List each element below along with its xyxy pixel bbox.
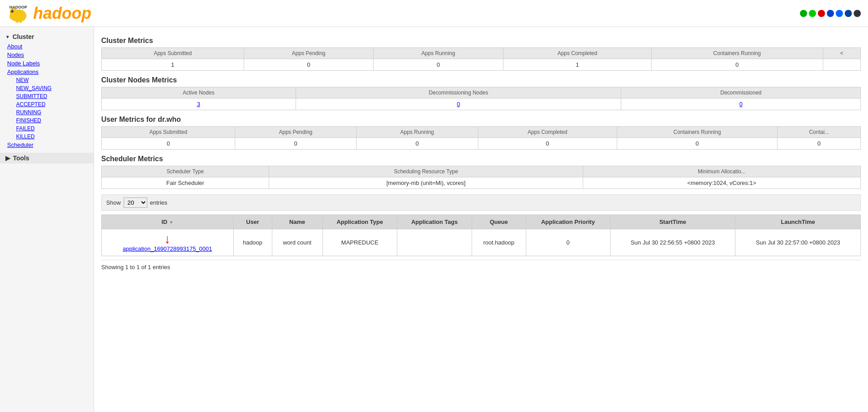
- cell-user-containers-running: 0: [617, 138, 778, 150]
- entries-label: entries: [150, 199, 168, 206]
- sidebar-item-killed[interactable]: KILLED: [4, 133, 94, 141]
- app-priority-cell: 0: [526, 229, 610, 256]
- apps-col-priority[interactable]: Application Priority: [526, 215, 610, 229]
- scheduler-row: Fair Scheduler [memory-mb (unit=Mi), vco…: [102, 177, 861, 189]
- table-row: ↓application_1690728993175_0001hadoopwor…: [102, 229, 861, 256]
- sidebar-item-running[interactable]: RUNNING: [4, 108, 94, 116]
- show-label: Show: [106, 199, 121, 206]
- red-arrow-annotation: ↓: [106, 233, 229, 245]
- scheduler-metrics-table: Scheduler Type Scheduling Resource Type …: [101, 166, 861, 189]
- header: HADOOP hadoop: [0, 0, 868, 27]
- col-decommissioned: Decommissioned: [621, 87, 861, 99]
- show-entries-control: Show 20 50 100 entries: [101, 194, 861, 211]
- app-tags-cell: [397, 229, 472, 256]
- col-more: <: [823, 48, 860, 59]
- sidebar-cluster-title[interactable]: ▼ Cluster: [0, 31, 94, 42]
- scheduler-heading: Scheduler Metrics: [101, 155, 861, 163]
- col-user-apps-pending: Apps Pending: [235, 127, 356, 138]
- sidebar-item-failed[interactable]: FAILED: [4, 124, 94, 133]
- id-sort-icon: ▼: [169, 220, 173, 225]
- header-status-dots: [800, 10, 861, 17]
- main-layout: ▼ Cluster About Nodes Node Labels Applic…: [0, 27, 868, 412]
- cluster-collapse-arrow: ▼: [5, 34, 10, 39]
- apps-col-queue[interactable]: Queue: [472, 215, 526, 229]
- cluster-metrics-row: 1 0 0 1 0: [102, 59, 861, 71]
- sidebar-item-new-saving[interactable]: NEW_SAVING: [4, 84, 94, 92]
- svg-point-3: [11, 10, 13, 13]
- svg-rect-6: [20, 19, 22, 23]
- cell-user-apps-completed: 0: [478, 138, 617, 150]
- sidebar-tools-title[interactable]: ▶ Tools: [0, 153, 94, 163]
- col-decommissioning-nodes: Decommissioning Nodes: [296, 87, 621, 99]
- cell-user-apps-pending: 0: [235, 138, 356, 150]
- sidebar-item-new[interactable]: NEW: [4, 76, 94, 84]
- apps-col-id[interactable]: ID ▼: [102, 215, 234, 229]
- col-scheduler-type: Scheduler Type: [102, 166, 269, 177]
- applications-table: ID ▼ User Name Application Type Applicat…: [101, 215, 861, 256]
- cell-apps-pending: 0: [244, 59, 373, 71]
- col-apps-completed: Apps Completed: [503, 48, 652, 59]
- cluster-nodes-table: Active Nodes Decommissioning Nodes Decom…: [101, 87, 861, 110]
- user-metrics-row: 0 0 0 0 0 0: [102, 138, 861, 150]
- dot-green1: [800, 10, 807, 17]
- content-area: Cluster Metrics Apps Submitted Apps Pend…: [94, 27, 868, 412]
- col-user-apps-running: Apps Running: [356, 127, 478, 138]
- sidebar-cluster-section: ▼ Cluster About Nodes Node Labels Applic…: [0, 31, 94, 149]
- user-metrics-heading: User Metrics for dr.who: [101, 116, 861, 124]
- apps-col-name[interactable]: Name: [272, 215, 322, 229]
- col-active-nodes: Active Nodes: [102, 87, 296, 99]
- cell-apps-completed: 1: [503, 59, 652, 71]
- col-scheduling-resource-type: Scheduling Resource Type: [269, 166, 583, 177]
- sidebar-item-node-labels[interactable]: Node Labels: [0, 59, 94, 68]
- svg-rect-5: [16, 19, 18, 23]
- cluster-nodes-heading: Cluster Nodes Metrics: [101, 76, 861, 84]
- sidebar-item-submitted[interactable]: SUBMITTED: [4, 92, 94, 100]
- sidebar-item-applications[interactable]: Applications: [0, 68, 94, 76]
- app-queue-cell: root.hadoop: [472, 229, 526, 256]
- apps-col-starttime[interactable]: StartTime: [610, 215, 735, 229]
- col-user-containers-running: Containers Running: [617, 127, 778, 138]
- sidebar-item-finished[interactable]: FINISHED: [4, 116, 94, 124]
- apps-col-type[interactable]: Application Type: [322, 215, 397, 229]
- svg-text:HADOOP: HADOOP: [9, 5, 27, 9]
- sidebar-tools-section: ▶ Tools: [0, 153, 94, 163]
- sidebar-item-nodes[interactable]: Nodes: [0, 51, 94, 59]
- col-apps-submitted: Apps Submitted: [102, 48, 244, 59]
- show-entries-select[interactable]: 20 50 100: [124, 197, 147, 208]
- dot-blue2: [836, 10, 843, 17]
- svg-point-4: [11, 10, 12, 11]
- dot-navy: [845, 10, 852, 17]
- apps-col-user[interactable]: User: [233, 215, 272, 229]
- cell-minimum-allocation: <memory:1024, vCores:1>: [583, 177, 860, 189]
- apps-col-tags[interactable]: Application Tags: [397, 215, 472, 229]
- dot-green2: [809, 10, 816, 17]
- app-name-cell: word count: [272, 229, 322, 256]
- cluster-metrics-table: Apps Submitted Apps Pending Apps Running…: [101, 47, 861, 71]
- logo-text: hadoop: [33, 4, 91, 23]
- sidebar-item-scheduler[interactable]: Scheduler: [0, 141, 94, 149]
- app-user-cell: hadoop: [233, 229, 272, 256]
- cluster-metrics-heading: Cluster Metrics: [101, 37, 861, 45]
- cell-user-contain: 0: [778, 138, 861, 150]
- app-id-link[interactable]: application_1690728993175_0001: [123, 245, 212, 252]
- cluster-nodes-row: 3 0 0: [102, 99, 861, 110]
- col-minimum-allocation: Minimum Allocatio...: [583, 166, 860, 177]
- cell-apps-running: 0: [373, 59, 503, 71]
- tools-expand-arrow: ▶: [5, 154, 10, 162]
- app-type-cell: MAPREDUCE: [322, 229, 397, 256]
- cell-decommissioned: 0: [621, 99, 861, 110]
- sidebar-applications-sub: NEW NEW_SAVING SUBMITTED ACCEPTED RUNNIN…: [0, 76, 94, 141]
- apps-table-header-row: ID ▼ User Name Application Type Applicat…: [102, 215, 861, 229]
- sidebar-item-accepted[interactable]: ACCEPTED: [4, 100, 94, 108]
- col-apps-running: Apps Running: [373, 48, 503, 59]
- dot-red: [818, 10, 825, 17]
- dot-blue1: [827, 10, 834, 17]
- col-user-apps-submitted: Apps Submitted: [102, 127, 235, 138]
- sidebar-item-about[interactable]: About: [0, 42, 94, 51]
- cell-containers-running: 0: [651, 59, 823, 71]
- sidebar: ▼ Cluster About Nodes Node Labels Applic…: [0, 27, 94, 412]
- apps-col-launchtime[interactable]: LaunchTime: [735, 215, 861, 229]
- cell-scheduling-resource-type: [memory-mb (unit=Mi), vcores]: [269, 177, 583, 189]
- col-apps-pending: Apps Pending: [244, 48, 373, 59]
- cell-user-apps-running: 0: [356, 138, 478, 150]
